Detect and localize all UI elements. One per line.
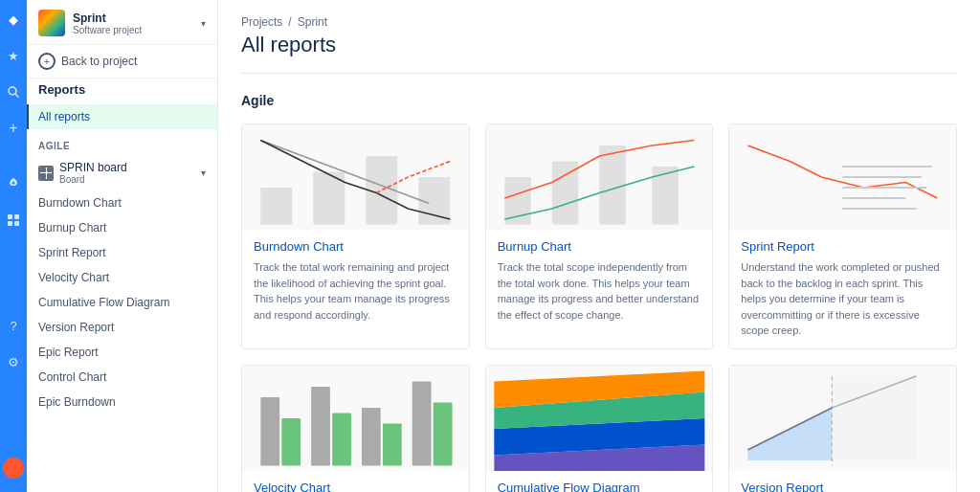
sidebar-item-cfd[interactable]: Cumulative Flow Diagram: [27, 290, 217, 315]
svg-rect-4: [14, 214, 19, 219]
svg-rect-20: [260, 397, 279, 466]
svg-rect-27: [434, 402, 453, 465]
nav-rocket-icon[interactable]: [4, 174, 23, 193]
nav-starred-icon[interactable]: ★: [4, 46, 23, 65]
nav-home-icon[interactable]: ◆: [4, 10, 23, 29]
sidebar-item-velocity[interactable]: Velocity Chart: [27, 265, 217, 290]
sprint-desc: Understand the work completed or pushed …: [741, 259, 945, 339]
sidebar-item-burndown[interactable]: Burndown Chart: [27, 190, 217, 215]
cfd-title: Cumulative Flow Diagram: [498, 481, 702, 493]
board-chevron-icon: ▾: [201, 168, 206, 178]
svg-rect-24: [362, 408, 381, 466]
velocity-info: Velocity Chart Track the amount of work …: [242, 471, 469, 493]
svg-marker-34: [833, 376, 917, 460]
agile-section-label: AGILE: [27, 129, 217, 155]
svg-point-2: [12, 182, 15, 185]
svg-rect-6: [14, 221, 19, 226]
nav-help-icon[interactable]: ?: [4, 316, 23, 335]
burndown-title: Burndown Chart: [254, 239, 457, 254]
svg-point-0: [9, 87, 16, 95]
burnup-title: Burnup Chart: [498, 239, 702, 254]
project-header[interactable]: Sprint Software project ▾: [27, 0, 217, 45]
board-item[interactable]: SPRIN board Board ▾: [27, 155, 217, 190]
breadcrumb-current: Sprint: [298, 15, 327, 29]
svg-rect-26: [412, 381, 432, 465]
back-circle-icon: +: [38, 53, 56, 70]
sprint-thumbnail: [729, 124, 956, 230]
burnup-desc: Track the total scope independently from…: [498, 259, 702, 323]
nav-bar: ◆ ★ + ? ⚙: [0, 0, 27, 492]
divider: [241, 73, 957, 74]
user-avatar[interactable]: [3, 458, 24, 479]
nav-create-icon[interactable]: +: [4, 119, 23, 138]
reports-section-title: Reports: [27, 78, 217, 104]
project-type: Software project: [73, 25, 193, 35]
board-icon: [38, 166, 54, 181]
report-card-burnup[interactable]: Burnup Chart Track the total scope indep…: [485, 123, 714, 349]
sprint-info: Sprint Report Understand the work comple…: [729, 230, 956, 348]
svg-rect-14: [652, 167, 679, 225]
svg-rect-22: [311, 387, 330, 466]
burnup-info: Burnup Chart Track the total scope indep…: [486, 230, 713, 332]
board-sub: Board: [59, 174, 195, 185]
velocity-thumbnail: [242, 366, 469, 471]
reports-grid: Burndown Chart Track the total work rema…: [241, 123, 957, 492]
chevron-down-icon: ▾: [201, 18, 206, 29]
sidebar-item-version[interactable]: Version Report: [27, 315, 217, 340]
svg-rect-13: [599, 145, 626, 225]
sidebar-item-epic-burndown[interactable]: Epic Burndown: [27, 390, 217, 414]
back-to-project-button[interactable]: + Back to project: [27, 45, 217, 78]
sidebar-item-all-reports[interactable]: All reports: [27, 104, 217, 129]
report-card-sprint[interactable]: Sprint Report Understand the work comple…: [728, 123, 957, 349]
breadcrumb-separator: /: [288, 15, 291, 29]
sidebar: Sprint Software project ▾ + Back to proj…: [27, 0, 218, 492]
version-info: Version Report Track the projected relea…: [729, 471, 956, 493]
cfd-thumbnail: [486, 366, 713, 471]
sidebar-item-burnup[interactable]: Burnup Chart: [27, 215, 217, 240]
svg-rect-11: [504, 177, 531, 225]
report-card-burndown[interactable]: Burndown Chart Track the total work rema…: [241, 123, 470, 349]
sprint-title: Sprint Report: [741, 239, 945, 254]
report-card-cfd[interactable]: Cumulative Flow Diagram Shows the status…: [485, 365, 714, 493]
svg-rect-3: [8, 214, 12, 219]
project-info: Sprint Software project: [73, 11, 193, 35]
page-title: All reports: [241, 33, 957, 57]
nav-grid-icon[interactable]: [4, 211, 23, 230]
burndown-info: Burndown Chart Track the total work rema…: [242, 230, 469, 332]
burnup-thumbnail: [486, 124, 713, 230]
sidebar-item-control[interactable]: Control Chart: [27, 365, 217, 390]
burndown-desc: Track the total work remaining and proje…: [254, 259, 457, 323]
project-name: Sprint: [73, 11, 193, 25]
burndown-thumbnail: [242, 124, 469, 230]
main-content: Projects / Sprint All reports Agile: [218, 0, 980, 492]
back-label: Back to project: [61, 55, 137, 68]
svg-rect-23: [332, 413, 351, 465]
svg-rect-25: [383, 423, 402, 465]
nav-search-icon[interactable]: [4, 82, 23, 101]
sidebar-item-sprint-report[interactable]: Sprint Report: [27, 240, 217, 265]
sidebar-item-epic[interactable]: Epic Report: [27, 340, 217, 365]
svg-rect-5: [8, 221, 12, 226]
board-name: SPRIN board: [59, 161, 195, 174]
nav-settings-icon[interactable]: ⚙: [4, 352, 23, 371]
breadcrumb-projects[interactable]: Projects: [241, 15, 282, 29]
velocity-title: Velocity Chart: [254, 481, 457, 493]
svg-rect-7: [260, 188, 292, 225]
version-title: Version Report: [741, 481, 945, 493]
svg-marker-32: [748, 408, 833, 460]
svg-rect-21: [281, 418, 301, 466]
version-thumbnail: [729, 366, 956, 471]
report-card-velocity[interactable]: Velocity Chart Track the amount of work …: [241, 365, 470, 493]
cfd-info: Cumulative Flow Diagram Shows the status…: [486, 471, 713, 493]
project-icon: [38, 10, 65, 36]
agile-section-title: Agile: [241, 93, 957, 108]
breadcrumb: Projects / Sprint: [241, 15, 957, 29]
report-card-version[interactable]: Version Report Track the projected relea…: [728, 365, 957, 493]
svg-line-1: [15, 94, 19, 98]
